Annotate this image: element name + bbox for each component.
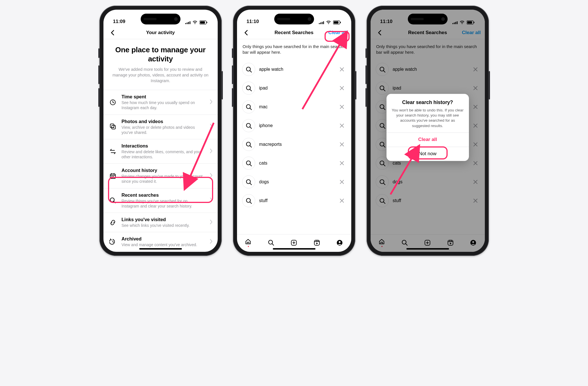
tab-home[interactable]: [242, 238, 255, 247]
wifi-icon: [193, 21, 198, 24]
search-row[interactable]: apple watch: [375, 60, 481, 79]
svg-line-32: [390, 156, 413, 194]
delete-search-button[interactable]: [338, 123, 346, 128]
phone-clear-dialog: 11:10 Recent Searches Clear all Only thi…: [367, 6, 489, 256]
menu-item-subtitle: View, archive or delete photos and video…: [122, 125, 205, 135]
menu-item-account-history[interactable]: Account history Review changes you've ma…: [103, 163, 218, 188]
search-row[interactable]: cats: [241, 154, 347, 173]
search-term: stuff: [393, 198, 467, 203]
menu-item-subtitle: Review changes you've made to your accou…: [122, 174, 205, 184]
menu-item-title: Archived: [122, 236, 205, 242]
profile-icon: [470, 239, 477, 246]
search-row[interactable]: stuff: [241, 191, 347, 210]
chevron-right-icon: [210, 219, 213, 226]
search-term: cats: [259, 161, 334, 166]
delete-search-button[interactable]: [338, 142, 346, 147]
delete-search-button[interactable]: [471, 161, 480, 166]
dynamic-island: [141, 14, 180, 24]
tab-search[interactable]: [398, 239, 411, 246]
back-button[interactable]: [107, 26, 118, 39]
search-icon: [376, 175, 389, 188]
hero-subtitle: We've added more tools for you to review…: [111, 67, 210, 84]
search-row[interactable]: iphone: [241, 116, 347, 135]
profile-icon: [336, 239, 343, 246]
battery-icon: [333, 20, 342, 24]
menu-item-photos-and-videos[interactable]: Photos and videos View, archive or delet…: [103, 115, 218, 139]
back-button[interactable]: [240, 26, 252, 39]
battery-icon: [467, 20, 475, 24]
signal-icon: [452, 21, 458, 24]
tab-search[interactable]: [265, 239, 277, 246]
menu-item-title: Interactions: [122, 143, 205, 149]
home-icon: [378, 238, 386, 245]
delete-search-button[interactable]: [338, 86, 346, 91]
search-term: apple watch: [259, 67, 334, 72]
wifi-icon: [326, 21, 331, 24]
delete-search-button[interactable]: [471, 142, 480, 147]
clear-history-dialog: Clear search history? You won't be able …: [387, 94, 469, 161]
search-row[interactable]: macreports: [241, 135, 347, 154]
tab-reels[interactable]: [444, 239, 457, 246]
menu-item-links-you-ve-visited[interactable]: Links you've visited See which links you…: [103, 213, 218, 232]
delete-search-button[interactable]: [471, 104, 480, 109]
info-text: Only things you have searched for in the…: [237, 39, 351, 57]
tab-profile[interactable]: [467, 239, 479, 246]
search-icon: [376, 82, 389, 95]
search-row[interactable]: mac: [241, 97, 347, 116]
nav-bar: Recent Searches Clear all: [237, 26, 351, 39]
search-icon: [242, 138, 255, 151]
search-icon: [242, 100, 255, 113]
battery-icon: [200, 20, 208, 24]
delete-search-button[interactable]: [471, 198, 480, 203]
search-row[interactable]: dogs: [241, 173, 347, 191]
search-icon: [401, 239, 408, 246]
menu-item-subtitle: Review and delete likes, comments, and y…: [122, 149, 205, 159]
delete-search-button[interactable]: [471, 123, 480, 128]
delete-search-button[interactable]: [338, 198, 346, 203]
dynamic-island: [408, 14, 448, 24]
delete-search-button[interactable]: [471, 179, 480, 184]
clear-all-button[interactable]: Clear all: [328, 26, 347, 39]
tab-profile[interactable]: [333, 239, 346, 246]
search-row[interactable]: stuff: [375, 191, 481, 210]
search-row[interactable]: ipad: [241, 79, 347, 97]
search-icon: [109, 197, 117, 204]
dialog-not-now-button[interactable]: Not now: [387, 147, 469, 161]
menu-item-interactions[interactable]: Interactions Review and delete likes, co…: [103, 139, 218, 163]
back-button[interactable]: [374, 26, 385, 39]
search-term: macreports: [259, 142, 334, 147]
nav-title: Your activity: [146, 30, 175, 36]
delete-search-button[interactable]: [471, 67, 480, 72]
inter-icon: [109, 148, 117, 155]
home-indicator[interactable]: [139, 248, 182, 250]
dialog-clear-all-button[interactable]: Clear all: [387, 132, 469, 147]
clear-all-button[interactable]: Clear all: [462, 26, 481, 39]
chevron-left-icon: [110, 30, 115, 36]
delete-search-button[interactable]: [338, 104, 346, 109]
delete-search-button[interactable]: [338, 161, 346, 166]
delete-search-button[interactable]: [471, 86, 480, 91]
chevron-right-icon: [210, 173, 213, 179]
menu-item-time-spent[interactable]: Time spent See how much time you usually…: [103, 90, 218, 114]
search-term: dogs: [393, 179, 467, 184]
tab-create[interactable]: [288, 239, 300, 246]
menu-item-subtitle: See which links you've visited recently.: [122, 223, 205, 228]
tab-home[interactable]: [376, 238, 388, 247]
phone-your-activity: 11:09 Your activity One place to manage …: [99, 6, 222, 256]
wifi-icon: [460, 21, 465, 24]
search-row[interactable]: apple watch: [241, 60, 347, 79]
tab-reels[interactable]: [311, 239, 323, 246]
delete-search-button[interactable]: [338, 179, 346, 184]
home-icon: [245, 238, 252, 245]
home-indicator[interactable]: [406, 248, 449, 250]
menu-item-title: Photos and videos: [122, 119, 205, 124]
home-indicator[interactable]: [273, 248, 315, 250]
nav-bar: Recent Searches Clear all: [371, 26, 485, 39]
archive-icon: [109, 238, 117, 245]
dynamic-island: [274, 14, 314, 24]
search-row[interactable]: dogs: [375, 173, 481, 191]
menu-item-recent-searches[interactable]: Recent searches Review things you've sea…: [103, 188, 218, 213]
tab-create[interactable]: [421, 239, 434, 246]
hero-section: One place to manage your activity We've …: [103, 39, 218, 88]
delete-search-button[interactable]: [338, 67, 346, 72]
